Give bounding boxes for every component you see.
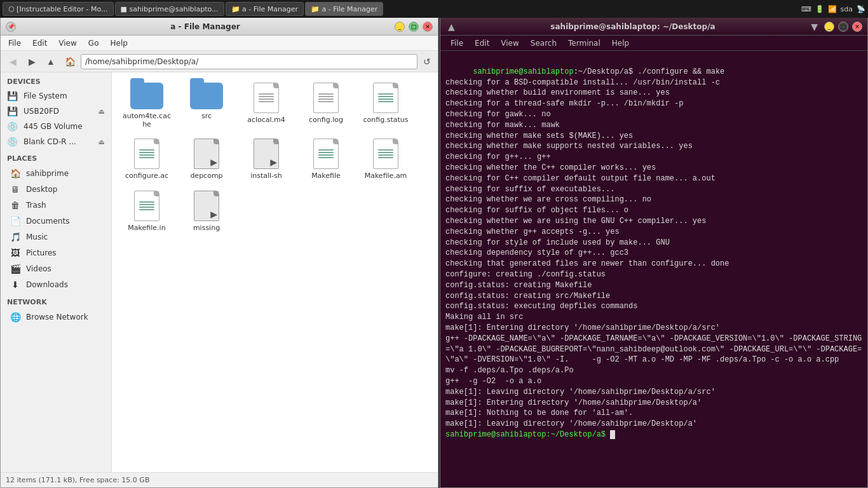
sidebar-item-browse-network[interactable]: 🌐 Browse Network [3, 309, 109, 325]
term-menu-file[interactable]: File [445, 37, 468, 49]
file-config-log[interactable]: config.log [297, 79, 355, 132]
fm-menu-file[interactable]: File [3, 37, 26, 49]
battery-icon: 🔋 [815, 5, 824, 13]
taskbar-right: ⌨ 🔋 📶 sda 📡 [801, 5, 865, 13]
file-src[interactable]: src [178, 79, 235, 132]
network-icon: 📶 [828, 5, 837, 13]
file-makefile-am[interactable]: Makefile.am [357, 135, 414, 184]
address-bar[interactable]: /home/sahibprime/Desktop/a/ [81, 54, 417, 69]
sidebar-item-pictures[interactable]: 🖼 Pictures [3, 245, 109, 261]
volume-label: 445 GB Volume [24, 122, 83, 131]
fm-menu-edit[interactable]: Edit [27, 37, 52, 49]
sidebar-item-filesystem[interactable]: 💾 File System [1, 88, 111, 104]
file-name: config.log [309, 116, 343, 124]
taskbar-terminal-small[interactable]: ■ sahibprime@sahiblapto... [115, 2, 224, 16]
file-makefile[interactable]: Makefile [297, 135, 355, 184]
taskbar: ⬡ [Instructable Editor - Mo... ■ sahibpr… [0, 0, 868, 18]
file-manager-window: 📌 a - File Manager _ □ ✕ File Edit View … [0, 18, 438, 488]
sidebar-item-documents[interactable]: 📄 Documents [3, 214, 109, 229]
text-icon [373, 83, 398, 113]
music-icon: 🎵 [10, 232, 21, 242]
text-icon [134, 191, 159, 221]
file-name: aclocal.m4 [247, 116, 285, 124]
sidebar-item-downloads[interactable]: ⬇ Downloads [3, 277, 109, 292]
fm-close-btn[interactable]: ✕ [423, 22, 433, 32]
term-maximize-btn[interactable]: □ [838, 22, 848, 32]
fm-minimize-btn[interactable]: _ [395, 22, 405, 32]
term-menu-edit[interactable]: Edit [470, 37, 494, 49]
desktop-label: Desktop [26, 185, 58, 194]
file-name: config.status [363, 116, 409, 124]
file-name: configure.ac [125, 172, 168, 180]
term-final-prompt: sahibprime@sahiblaptop:~/Desktop/a$ [445, 430, 606, 439]
term-prompt-1: sahibprime@sahiblaptop [473, 67, 573, 76]
sidebar-item-445gb[interactable]: 💿 445 GB Volume [1, 119, 111, 134]
text-icon [313, 83, 339, 113]
sidebar-item-music[interactable]: 🎵 Music [3, 229, 109, 245]
taskbar-instructable[interactable]: ⬡ [Instructable Editor - Mo... [3, 2, 114, 16]
term-titlebar: ▲ sahibprime@sahiblaptop: ~/Desktop/a ▼ … [440, 18, 867, 36]
term-menubar: File Edit View Search Terminal Help [440, 36, 867, 51]
file-missing[interactable]: ▶ missing [178, 187, 235, 236]
fm-titlebar: 📌 a - File Manager _ □ ✕ [1, 18, 438, 36]
fm-menu-go[interactable]: Go [83, 37, 104, 49]
file-autom4te-cache[interactable]: autom4te.cache [118, 79, 175, 132]
keyboard-icon: ⌨ [801, 5, 811, 13]
cdr-eject-icon[interactable]: ⏏ [98, 138, 105, 146]
fm-maximize-btn[interactable]: □ [409, 22, 419, 32]
text-lines [259, 92, 274, 104]
fm-unpin-btn[interactable]: 📌 [6, 22, 16, 32]
file-install-sh[interactable]: ▶ install-sh [238, 135, 295, 184]
term-menu-help[interactable]: Help [607, 37, 634, 49]
exec-icon: ▶ [194, 191, 219, 221]
sidebar-item-videos[interactable]: 🎬 Videos [3, 261, 109, 276]
documents-icon: 📄 [10, 216, 21, 226]
home-button[interactable]: 🏠 [62, 53, 78, 70]
file-depcomp[interactable]: ▶ depcomp [178, 135, 235, 184]
sidebar-item-desktop[interactable]: 🖥 Desktop [3, 182, 109, 197]
term-menu-terminal[interactable]: Terminal [563, 37, 606, 49]
term-menu-search[interactable]: Search [526, 37, 562, 49]
file-aclocal[interactable]: aclocal.m4 [238, 79, 295, 132]
file-name: Makefile.am [365, 172, 407, 180]
sidebar-item-trash[interactable]: 🗑 Trash [3, 198, 109, 213]
trash-icon: 🗑 [10, 200, 21, 210]
text-icon [254, 83, 279, 113]
term-content[interactable]: sahibprime@sahiblaptop:~/Desktop/a$ ./co… [440, 51, 867, 487]
file-makefile-in[interactable]: Makefile.in [118, 187, 175, 236]
term-close-btn[interactable]: ✕ [852, 22, 862, 32]
taskbar-terminal-small-label: ■ sahibprime@sahiblapto... [121, 5, 219, 13]
folder-icon [130, 83, 163, 109]
browse-network-label: Browse Network [26, 313, 88, 322]
fm-title: a - File Manager [20, 22, 391, 31]
trash-label: Trash [26, 201, 46, 210]
fm-menu-help[interactable]: Help [105, 37, 132, 49]
sidebar-item-home[interactable]: 🏠 sahibprime [3, 166, 109, 181]
fm-menubar: File Edit View Go Help [1, 36, 438, 51]
taskbar-fm1[interactable]: 📁 a - File Manager [226, 2, 304, 16]
main-content: 📌 a - File Manager _ □ ✕ File Edit View … [0, 18, 868, 488]
downloads-icon: ⬇ [10, 280, 21, 290]
pictures-label: Pictures [26, 248, 57, 257]
usb-eject-icon[interactable]: ⏏ [98, 107, 105, 116]
term-scroll-up[interactable]: ▲ [445, 20, 458, 33]
fm-menu-view[interactable]: View [53, 37, 81, 49]
file-config-status[interactable]: config.status [357, 79, 414, 132]
term-scroll-down[interactable]: ▼ [808, 20, 820, 33]
term-minimize-btn[interactable]: _ [824, 22, 834, 32]
taskbar-fm2-label: 📁 a - File Manager [311, 5, 377, 13]
taskbar-fm2[interactable]: 📁 a - File Manager [305, 2, 383, 16]
usb-label: USB20FD [24, 107, 59, 116]
term-menu-view[interactable]: View [496, 37, 524, 49]
address-text: /home/sahibprime/Desktop/a/ [85, 57, 198, 66]
refresh-button[interactable]: ↺ [420, 55, 434, 69]
file-configure-ac[interactable]: configure.ac [118, 135, 175, 184]
home-icon: 🏠 [10, 168, 21, 179]
filesystem-icon: 💾 [7, 91, 18, 101]
back-button[interactable]: ◀ [4, 53, 21, 70]
forward-button[interactable]: ▶ [24, 53, 40, 70]
exec-arrow-icon: ▶ [210, 157, 217, 167]
sidebar-item-usb[interactable]: 💾 USB20FD ⏏ [1, 104, 111, 119]
sidebar-item-cdr[interactable]: 💿 Blank CD-R ... ⏏ [1, 134, 111, 149]
up-button[interactable]: ▲ [43, 53, 59, 70]
